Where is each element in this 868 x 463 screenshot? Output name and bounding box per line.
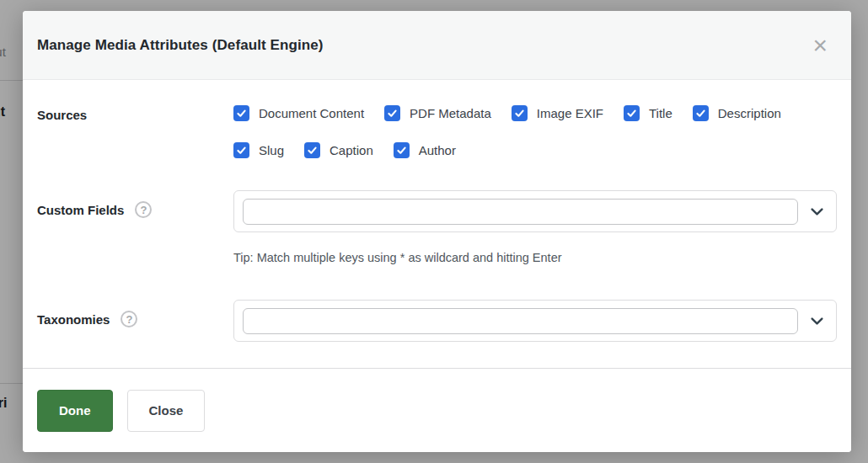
taxonomies-input[interactable] (243, 308, 798, 334)
checkbox-checked-icon[interactable] (233, 105, 249, 121)
checkbox-checked-icon[interactable] (233, 142, 249, 158)
checkbox-label: Caption (330, 143, 373, 157)
source-checkbox-item[interactable]: Author (394, 142, 456, 158)
dialog-footer: Done Close (23, 368, 851, 452)
screen: out ut ttri Manage Media Attributes (Def… (0, 0, 868, 463)
source-checkbox-item[interactable]: Caption (304, 142, 373, 158)
checkbox-label: Description (718, 106, 781, 120)
checkbox-label: Document Content (259, 106, 364, 120)
taxonomies-label: Taxonomies ? (37, 300, 233, 327)
source-checkbox-item[interactable]: Image EXIF (512, 105, 603, 121)
custom-fields-tip: Tip: Match multiple keys using * as wild… (233, 251, 837, 264)
sources-row: Sources Document Content (37, 105, 837, 158)
dialog-title: Manage Media Attributes (Default Engine) (37, 37, 324, 54)
source-checkbox-item[interactable]: Document Content (233, 105, 364, 121)
close-button[interactable]: Close (127, 390, 206, 432)
custom-fields-input[interactable] (243, 199, 798, 225)
dialog-body: Sources Document Content (23, 80, 851, 342)
checkbox-checked-icon[interactable] (512, 105, 528, 121)
checkbox-checked-icon[interactable] (304, 142, 320, 158)
custom-fields-combobox (233, 190, 837, 232)
source-checkbox-item[interactable]: Description (693, 105, 781, 121)
source-checkbox-item[interactable]: PDF Metadata (384, 105, 491, 121)
custom-fields-field: Tip: Match multiple keys using * as wild… (233, 190, 837, 264)
close-icon[interactable]: × (809, 33, 831, 58)
dialog-header: Manage Media Attributes (Default Engine)… (23, 11, 851, 80)
custom-fields-label: Custom Fields ? (37, 190, 233, 218)
checkbox-checked-icon[interactable] (384, 105, 400, 121)
done-button[interactable]: Done (37, 390, 113, 432)
taxonomies-field (233, 300, 837, 342)
sources-label: Sources (37, 105, 233, 122)
taxonomies-combobox (233, 300, 837, 342)
checkbox-label: Slug (259, 143, 284, 157)
sources-checkbox-group: Document Content PDF Metadata (233, 105, 837, 158)
chevron-down-icon[interactable] (810, 314, 824, 328)
manage-media-attributes-dialog: Manage Media Attributes (Default Engine)… (23, 11, 851, 452)
taxonomies-row: Taxonomies ? (37, 300, 837, 342)
help-icon[interactable]: ? (135, 201, 152, 218)
checkbox-label: Image EXIF (537, 106, 603, 120)
checkbox-label: Author (419, 143, 456, 157)
source-checkbox-item[interactable]: Slug (233, 142, 284, 158)
help-icon[interactable]: ? (121, 311, 137, 327)
checkbox-label: Title (649, 106, 672, 120)
checkbox-checked-icon[interactable] (394, 142, 410, 158)
checkbox-checked-icon[interactable] (693, 105, 709, 121)
chevron-down-icon[interactable] (810, 205, 824, 219)
checkbox-checked-icon[interactable] (624, 105, 640, 121)
source-checkbox-item[interactable]: Title (624, 105, 672, 121)
custom-fields-row: Custom Fields ? Tip: Match multiple keys… (37, 190, 837, 264)
checkbox-label: PDF Metadata (410, 106, 491, 120)
